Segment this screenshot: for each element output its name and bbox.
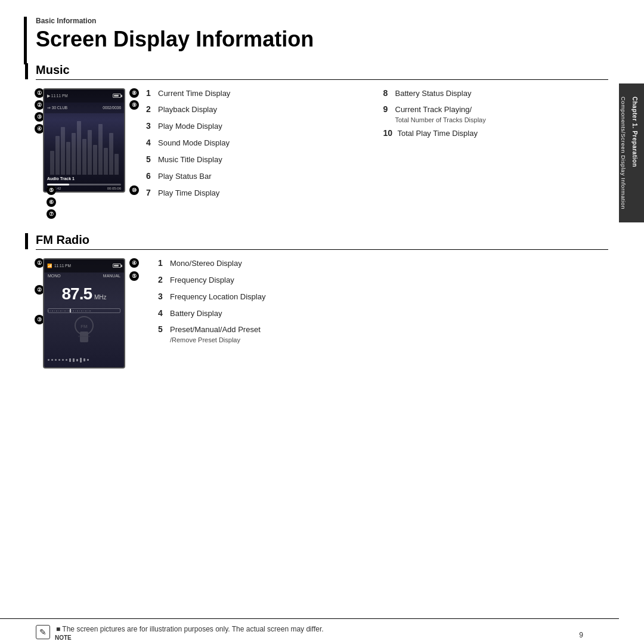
item-label-3: Play Mode Display <box>158 122 222 132</box>
fm-item-1: 1 Mono/Stereo Display <box>158 258 608 269</box>
item-label-7: Play Time Display <box>158 188 219 199</box>
screen-progress-bar <box>47 184 121 185</box>
fm-tuner-dots <box>48 310 120 312</box>
fm-icon-area: FM <box>69 314 99 346</box>
note-text-area: ■ The screen pictures are for illustrati… <box>56 624 573 634</box>
music-heading: Music <box>36 63 608 80</box>
music-items-col2: 8 Battery Status Display 9 Current Track… <box>383 88 609 205</box>
item-label-9: Current Track Playing/ <box>395 105 472 115</box>
music-item-6: 6 Play Status Bar <box>146 171 371 182</box>
right-tab: Chapter 1. Preparation Components/Screen… <box>619 83 644 222</box>
music-item-5: 5 Music Title Display <box>146 154 371 165</box>
fm-battery-fill <box>114 265 119 267</box>
screen-track-count: 0002/0036 <box>103 106 121 110</box>
svg-rect-1 <box>80 332 88 342</box>
svg-text:FM: FM <box>80 324 88 329</box>
fm-bottom-dots <box>48 358 120 363</box>
music-items-list: 1 Current Time Display 2 Playback Displa… <box>146 88 608 205</box>
music-items-col1: 1 Current Time Display 2 Playback Displa… <box>146 88 371 205</box>
music-item-4: 4 Sound Mode Display <box>146 138 371 148</box>
main-content: Music ① ② ③ ④ ▶ 11:11 PM <box>0 57 644 385</box>
fm-item-num-2: 2 <box>158 275 168 284</box>
fm-item-num-5: 5 <box>158 324 168 334</box>
page-header: Basic Information Screen Display Informa… <box>0 0 644 57</box>
right-tab-section1: Chapter 1. Preparation <box>629 92 640 214</box>
item-num-6: 6 <box>146 171 156 181</box>
fm-item-label-5-sub: /Remove Preset Display <box>170 336 608 343</box>
item-label-2: Playback Display <box>158 105 217 115</box>
item-num-5: 5 <box>146 154 156 164</box>
fm-item-2: 2 Frequency Display <box>158 275 608 286</box>
page-number: 9 <box>579 631 583 639</box>
music-bars <box>44 115 124 175</box>
fm-battery <box>113 264 121 268</box>
fm-manual: MANUAL <box>103 274 120 278</box>
item-label-1: Current Time Display <box>158 89 230 99</box>
item-label-10: Total Play Time Display <box>398 129 478 139</box>
callout-5: ⑤ <box>47 185 56 195</box>
fm-freq-display: 87.5 MHz <box>44 284 124 304</box>
battery-icon <box>113 94 121 98</box>
item-label-8: Battery Status Display <box>395 89 472 99</box>
fm-mono-manual: MONO MANUAL <box>44 274 124 278</box>
callout-6: ⑥ <box>47 197 56 207</box>
fm-item-3: 3 Frequency Location Display <box>158 292 608 302</box>
music-section-inner: ① ② ③ ④ ▶ 11:11 PM <box>36 88 608 205</box>
fm-battery-icon <box>113 264 121 268</box>
fm-top-left: 📶 11:11 PM <box>47 264 71 268</box>
screen-track-label: Audio Track 1 <box>47 177 75 181</box>
fm-radio-icon: FM <box>69 314 99 346</box>
item-label-4: Sound Mode Display <box>158 138 230 148</box>
music-item-2: 2 Playback Display <box>146 104 371 115</box>
item-num-2: 2 <box>146 104 156 114</box>
music-section: Music ① ② ③ ④ ▶ 11:11 PM <box>36 63 608 205</box>
screen-total-time: 00:05:06 <box>107 187 121 190</box>
fm-device-mockup: ① ② ③ 📶 11:11 PM <box>36 258 128 369</box>
fm-item-num-1: 1 <box>158 258 168 268</box>
screen-time: ▶ 11:11 PM <box>47 94 68 98</box>
fm-time: 11:11 PM <box>54 264 71 268</box>
fm-heading: FM Radio <box>36 233 608 250</box>
item-num-10: 10 <box>383 128 395 138</box>
fm-items-col: 1 Mono/Stereo Display 2 Frequency Displa… <box>158 258 608 348</box>
music-item-7: 7 Play Time Display <box>146 188 371 199</box>
item-num-9: 9 <box>383 104 393 114</box>
fm-mono: MONO <box>48 274 61 278</box>
screen-top-bar: ▶ 11:11 PM <box>44 89 124 103</box>
screen-club: ⇒ 30 CLUB <box>47 106 67 110</box>
screen-track-row: ⇒ 30 CLUB 0002/0036 <box>44 103 124 113</box>
item-num-8: 8 <box>383 88 393 98</box>
fm-item-5: 5 Preset/Manual/Add Preset <box>158 324 608 335</box>
fm-unit: MHz <box>94 294 107 301</box>
music-item-1: 1 Current Time Display <box>146 88 371 99</box>
music-item-9: 9 Current Track Playing/ <box>383 104 609 115</box>
fm-top-bar: 📶 11:11 PM <box>44 259 124 273</box>
fm-item-label-3: Frequency Location Display <box>170 292 265 302</box>
screen-time-row: 00:01:42 00:05:06 <box>47 187 121 190</box>
item-num-7: 7 <box>146 188 156 197</box>
item-num-4: 4 <box>146 138 156 147</box>
callout-9: ⑨ <box>129 100 139 110</box>
fm-section: FM Radio ① ② ③ 📶 11:11 PM <box>36 233 608 369</box>
music-item-3: 3 Play Mode Display <box>146 121 371 132</box>
fm-item-num-3: 3 <box>158 292 168 301</box>
item-label-9-sub: Total Number of Tracks Display <box>395 116 609 123</box>
music-item-10: 10 Total Play Time Display <box>383 128 609 139</box>
fm-callout-4: ④ <box>129 258 139 268</box>
fm-item-label-2: Frequency Display <box>170 275 234 286</box>
note-label: NOTE <box>55 634 72 641</box>
section-label: Basic Information <box>36 17 608 25</box>
fm-item-4: 4 Battery Display <box>158 308 608 319</box>
music-device-mockup: ① ② ③ ④ ▶ 11:11 PM <box>36 88 128 193</box>
fm-item-label-1: Mono/Stereo Display <box>170 259 242 269</box>
fm-item-label-4: Battery Display <box>170 309 222 319</box>
battery-fill <box>114 95 119 97</box>
fm-screen: 📶 11:11 PM MONO MANUAL <box>43 258 125 369</box>
note-icon: ✎ <box>36 625 50 639</box>
item-label-5: Music Title Display <box>158 155 222 165</box>
callout-10: ⑩ <box>129 185 139 195</box>
item-label-6: Play Status Bar <box>158 172 212 182</box>
right-tab-section2: Components/Screen Display Information <box>618 92 629 214</box>
fm-section-inner: ① ② ③ 📶 11:11 PM <box>36 258 608 369</box>
page-title: Screen Display Information <box>36 27 608 51</box>
